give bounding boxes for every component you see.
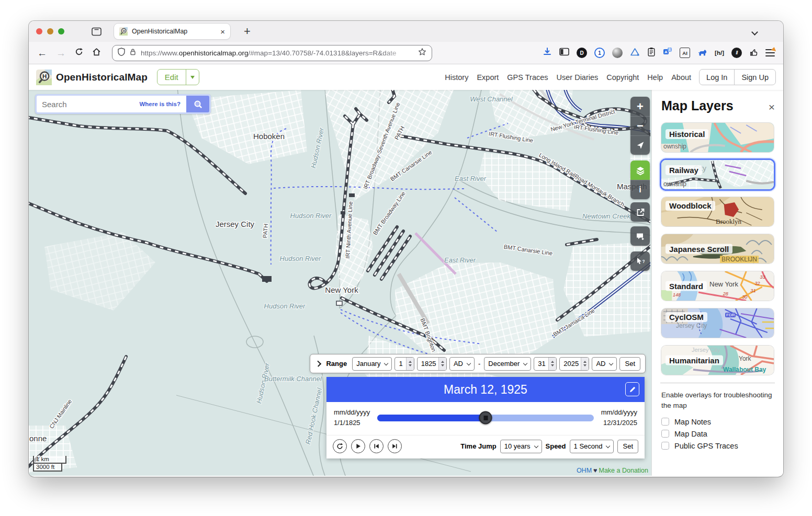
layer-historical[interactable]: Historical ownship xyxy=(661,123,774,152)
list-tabs-chevron-icon[interactable] xyxy=(751,29,758,36)
layer-railway-selected[interactable]: City Railway ownship xyxy=(661,160,774,189)
share-button[interactable] xyxy=(630,202,650,222)
nav-user-diaries[interactable]: User Diaries xyxy=(557,73,599,82)
add-note-button[interactable] xyxy=(630,226,650,246)
play-button[interactable] xyxy=(351,439,365,453)
where-is-this-link[interactable]: Where is this? xyxy=(139,101,181,107)
svg-text:28: 28 xyxy=(723,291,728,296)
zoom-out-button[interactable]: − xyxy=(630,116,650,135)
start-day-input[interactable]: 1 xyxy=(394,357,414,371)
lock-icon[interactable] xyxy=(129,48,137,58)
layer-japanese-scroll[interactable]: Japanese Scroll BROOKLIJN xyxy=(661,234,774,263)
slider-fill xyxy=(377,415,486,421)
nav-help[interactable]: Help xyxy=(647,73,663,82)
range-set-button[interactable]: Set xyxy=(619,357,640,371)
zoom-window-button[interactable] xyxy=(58,28,64,35)
overlay-map-data: Map Data xyxy=(661,430,774,438)
end-month-select[interactable]: December xyxy=(484,357,531,371)
collapse-chevron-icon[interactable] xyxy=(315,360,321,366)
date-slider[interactable] xyxy=(377,415,593,421)
close-tab-icon[interactable]: × xyxy=(220,28,225,36)
chevron-down-icon xyxy=(534,444,538,448)
ohm-link[interactable]: OHM xyxy=(577,467,592,474)
map-notes-checkbox[interactable] xyxy=(661,418,669,426)
start-era-select[interactable]: AD xyxy=(449,357,475,371)
browser-tab[interactable]: H OpenHistoricalMap × xyxy=(114,24,230,39)
edit-dropdown-button[interactable] xyxy=(186,70,199,85)
back-button[interactable]: ← xyxy=(37,48,47,58)
nav-about[interactable]: About xyxy=(671,73,691,82)
speed-select[interactable]: 1 Second xyxy=(570,440,614,453)
downloads-icon[interactable] xyxy=(543,47,552,59)
address-bar[interactable]: https://www.openhistoricalmap.org/#map=1… xyxy=(112,45,432,61)
nav-copyright[interactable]: Copyright xyxy=(606,73,639,82)
layer-humanitarian[interactable]: Jersey City Humanitarian York Wallabout … xyxy=(661,346,774,375)
map-layers-panel: Map Layers × Historical ownship xyxy=(651,90,783,476)
translate-icon[interactable]: A文 xyxy=(663,47,672,59)
map-label: East River xyxy=(444,256,476,264)
edit-date-button[interactable] xyxy=(625,382,639,396)
nav-export[interactable]: Export xyxy=(477,73,499,82)
menu-icon[interactable] xyxy=(765,49,775,56)
thumb-text: ownship xyxy=(663,180,686,188)
one-badge-icon[interactable]: 1 xyxy=(594,48,605,58)
close-panel-button[interactable]: × xyxy=(769,101,775,112)
query-features-button[interactable]: ? xyxy=(630,251,650,271)
map-label: BMT Broadway Line xyxy=(371,190,407,236)
time-jump-select[interactable]: 10 years xyxy=(500,440,542,453)
chevron-down-icon xyxy=(467,361,471,365)
public-gps-traces-checkbox[interactable] xyxy=(661,442,669,450)
map-data-checkbox[interactable] xyxy=(661,430,669,438)
new-tab-button[interactable]: + xyxy=(244,25,251,38)
triangle-badge-icon[interactable] xyxy=(630,48,640,59)
dog-icon[interactable] xyxy=(697,48,707,59)
speed-set-button[interactable]: Set xyxy=(617,440,638,453)
clipboard-icon[interactable] xyxy=(647,47,656,59)
d-badge-icon[interactable]: D xyxy=(577,48,587,58)
sphere-icon[interactable] xyxy=(612,48,623,58)
skip-end-icon xyxy=(391,443,398,450)
home-button[interactable] xyxy=(92,48,101,58)
end-era-select[interactable]: AD xyxy=(592,357,617,371)
layer-standard[interactable]: 33 32 31 30 28 Standard New York 148 xyxy=(661,271,774,301)
map-label: Hudson River xyxy=(264,302,306,310)
start-year-input[interactable]: 1825 xyxy=(417,357,447,371)
zoom-in-button[interactable]: + xyxy=(630,97,650,116)
skip-end-button[interactable] xyxy=(388,439,402,453)
firefox-view-icon[interactable] xyxy=(92,27,102,36)
forward-button[interactable]: → xyxy=(56,48,66,58)
thumb-icon[interactable] xyxy=(749,48,758,59)
reload-button[interactable] xyxy=(75,48,83,58)
reader-sidebar-icon[interactable] xyxy=(559,48,569,58)
nav-history[interactable]: History xyxy=(445,73,468,82)
end-year-input[interactable]: 2025 xyxy=(559,357,589,371)
nav-gps-traces[interactable]: GPS Traces xyxy=(507,73,548,82)
minimize-window-button[interactable] xyxy=(47,28,53,35)
skip-start-button[interactable] xyxy=(369,439,384,453)
layer-woodblock[interactable]: Woodblock Brooklyn xyxy=(661,197,774,226)
donate-link[interactable]: Make a Donation xyxy=(599,467,648,474)
info-button[interactable]: i xyxy=(630,180,650,199)
layer-cyclosm[interactable]: CyclOSM Jersey City FDR xyxy=(661,308,774,338)
slash-badge-icon[interactable]: // xyxy=(731,48,742,58)
map-label: New York xyxy=(325,285,358,294)
layer-label: Woodblock xyxy=(666,201,715,211)
shield-icon[interactable] xyxy=(118,48,125,58)
edit-button[interactable]: Edit xyxy=(157,70,186,85)
layers-button-active[interactable] xyxy=(630,160,650,180)
start-month-select[interactable]: January xyxy=(352,357,392,371)
sign-up-button[interactable]: Sign Up xyxy=(734,70,775,85)
search-button[interactable] xyxy=(186,96,209,112)
close-window-button[interactable] xyxy=(36,28,42,35)
range-separator: - xyxy=(478,360,480,368)
bookmark-star-icon[interactable] xyxy=(418,48,426,58)
ai-badge-icon[interactable]: AI xyxy=(680,48,690,58)
end-day-input[interactable]: 31 xyxy=(534,357,557,371)
log-in-button[interactable]: Log In xyxy=(700,70,734,85)
loop-button[interactable] xyxy=(333,439,347,453)
map-canvas[interactable]: Hoboken Jersey City New York Maspeth onn… xyxy=(29,90,651,476)
map-label: CNJ Mainline xyxy=(48,398,73,429)
locate-button[interactable] xyxy=(630,135,650,155)
h-brackets-icon[interactable]: [h/] xyxy=(715,50,724,56)
slider-thumb[interactable] xyxy=(479,411,492,425)
